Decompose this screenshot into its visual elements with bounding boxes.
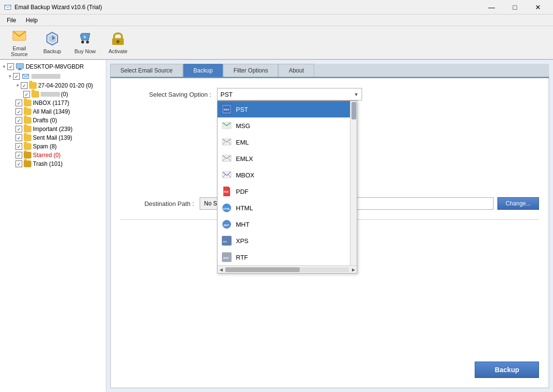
option-pdf[interactable]: PDF PDF — [218, 183, 357, 200]
tab-filter-options[interactable]: Filter Options — [223, 64, 278, 77]
close-button[interactable]: ✕ — [527, 0, 549, 15]
tree-item-trash[interactable]: Trash (101) — [0, 160, 106, 168]
checkbox-sentmail[interactable] — [15, 134, 22, 141]
minimize-button[interactable]: — — [480, 0, 503, 15]
option-html[interactable]: HTML HTML — [218, 200, 357, 216]
tree-item-account[interactable]: ▼ — [0, 72, 106, 81]
pdf-icon: PDF — [221, 186, 232, 197]
option-pst[interactable]: PST PST — [218, 101, 357, 117]
hscroll-track — [225, 267, 349, 272]
folder-spam-icon — [24, 143, 31, 150]
tab-backup[interactable]: Backup — [183, 64, 223, 77]
tree-item-allmail[interactable]: All Mail (1349) — [0, 107, 106, 116]
backup-label: Backup — [44, 48, 61, 54]
eml-icon — [221, 137, 232, 147]
mbox-icon — [221, 170, 232, 180]
xps-icon: </> — [221, 235, 232, 246]
activate-icon — [110, 31, 126, 46]
tree-item-starred[interactable]: Starred (0) — [0, 151, 106, 160]
tab-about[interactable]: About — [278, 64, 314, 77]
backup-toolbar-button[interactable]: Backup — [37, 28, 68, 57]
checkbox-inbox[interactable] — [15, 100, 22, 106]
emlx-label: EMLX — [236, 155, 253, 162]
backup-execute-button[interactable]: Backup — [475, 362, 539, 378]
menu-bar: File Help — [0, 15, 553, 26]
svg-text:HTML: HTML — [223, 207, 230, 210]
checkbox-allmail[interactable] — [15, 108, 22, 115]
option-eml[interactable]: EML — [218, 134, 357, 150]
svg-rect-14 — [16, 64, 23, 68]
dropdown-arrow-icon: ▼ — [354, 92, 359, 97]
checkbox-drafts[interactable] — [15, 117, 22, 124]
tree-item-sub-backup[interactable]: (0) — [0, 90, 106, 99]
tree-item-important[interactable]: Important (239) — [0, 125, 106, 133]
mht-icon: MHT — [221, 219, 232, 230]
hscroll-left-arrow[interactable]: ◀ — [218, 267, 224, 272]
backup-icon — [44, 31, 60, 46]
tree-item-spam[interactable]: Spam (8) — [0, 142, 106, 151]
allmail-label: All Mail (1349) — [33, 108, 70, 115]
tree-item-sentmail[interactable]: Sent Mail (139) — [0, 133, 106, 142]
account-label — [31, 74, 60, 79]
checkbox-important[interactable] — [15, 126, 22, 132]
option-emlx[interactable]: EMLX — [218, 150, 357, 167]
checkbox-starred[interactable] — [15, 152, 22, 159]
window-controls: — □ ✕ — [480, 0, 549, 15]
mht-label: MHT — [236, 221, 249, 228]
option-mht[interactable]: MHT MHT — [218, 216, 357, 232]
folder-starred-icon — [24, 152, 31, 159]
emlx-icon — [221, 153, 232, 164]
option-msg[interactable]: MSG — [218, 117, 357, 134]
buy-now-icon: $ — [77, 31, 93, 46]
maximize-button[interactable]: □ — [504, 0, 526, 15]
email-source-button[interactable]: Email Source — [4, 28, 35, 57]
checkbox-desktop[interactable] — [7, 63, 14, 70]
saving-option-label: Select Saving Option : — [120, 91, 217, 98]
svg-text:</>: </> — [223, 240, 227, 243]
activate-label: Activate — [108, 48, 127, 54]
content-area: Select Email Source Backup Filter Option… — [106, 60, 553, 392]
eml-label: EML — [236, 139, 249, 146]
checkbox-trash[interactable] — [15, 160, 22, 167]
tab-select-email-source[interactable]: Select Email Source — [110, 64, 183, 77]
msg-icon — [221, 120, 232, 131]
tree-item-inbox[interactable]: INBOX (1177) — [0, 99, 106, 107]
tree-item-desktop[interactable]: ▼ DESKTOP-M8VGBDR — [0, 62, 106, 72]
svg-text:PST: PST — [224, 108, 230, 111]
activate-button[interactable]: Activate — [102, 28, 133, 57]
checkbox-spam[interactable] — [15, 143, 22, 150]
buy-now-label: Buy Now — [74, 48, 96, 54]
checkbox-account[interactable] — [13, 73, 20, 80]
main-area: ▼ DESKTOP-M8VGBDR ▼ ▼ — [0, 60, 553, 392]
sentmail-label: Sent Mail (139) — [33, 134, 72, 141]
checkbox-backup[interactable] — [21, 82, 28, 89]
computer-icon — [15, 63, 24, 71]
hscroll-thumb — [225, 267, 300, 272]
menu-help[interactable]: Help — [21, 16, 43, 25]
tree-item-drafts[interactable]: Drafts (0) — [0, 116, 106, 125]
sub-label — [41, 92, 60, 97]
starred-label: Starred (0) — [33, 152, 60, 159]
menu-file[interactable]: File — [2, 16, 21, 25]
saving-option-list[interactable]: PST PST — [217, 101, 357, 274]
hscroll-right-arrow[interactable]: ▶ — [350, 267, 357, 272]
tree-item-backup[interactable]: ▼ 27-04-2020 01-20 (0) — [0, 81, 106, 90]
trash-label: Trash (101) — [33, 160, 63, 167]
svg-rect-16 — [17, 70, 22, 70]
html-icon: HTML — [221, 203, 232, 213]
option-xps[interactable]: </> XPS — [218, 232, 357, 249]
saving-option-dropdown-container: PST ▼ — [217, 88, 362, 101]
folder-backup-icon — [29, 82, 37, 89]
toolbar: Email Source Backup $ Buy Now — [0, 26, 553, 60]
spam-label: Spam (8) — [33, 143, 57, 150]
option-rtf[interactable]: RTF RTF — [218, 249, 357, 265]
checkbox-sub[interactable] — [23, 91, 30, 98]
saving-option-selected[interactable]: PST ▼ — [217, 88, 362, 101]
change-button[interactable]: Change... — [497, 197, 539, 210]
saving-option-value: PST — [220, 91, 233, 98]
dropdown-scrollbar[interactable] — [350, 101, 357, 265]
option-mbox[interactable]: MBOX — [218, 167, 357, 183]
buy-now-button[interactable]: $ Buy Now — [70, 28, 101, 57]
dropdown-hscroll[interactable]: ◀ ▶ — [218, 265, 357, 273]
drafts-label: Drafts (0) — [33, 117, 57, 124]
